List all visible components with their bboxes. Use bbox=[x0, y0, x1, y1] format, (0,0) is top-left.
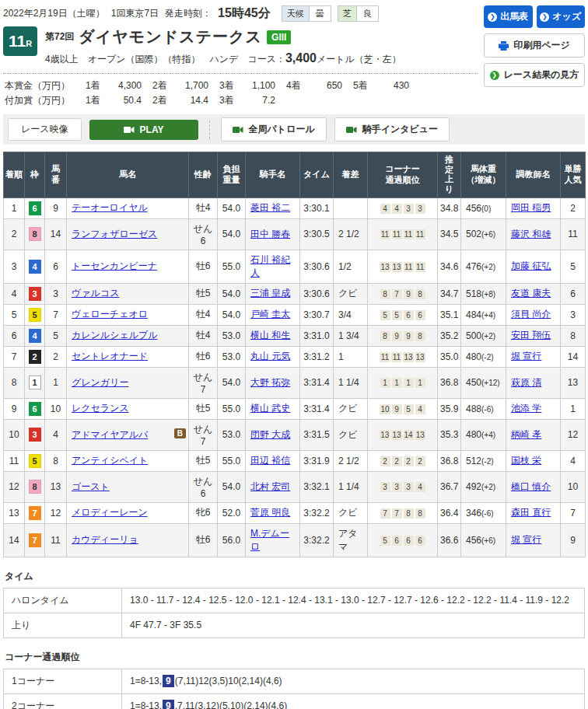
horse-link[interactable]: レクセランス bbox=[72, 403, 129, 414]
corner-position-box: 6 bbox=[392, 536, 402, 546]
prize-amount: 650 bbox=[306, 79, 342, 93]
trainer-link[interactable]: 森田 直行 bbox=[511, 507, 551, 518]
print-button[interactable]: 印刷用ページ bbox=[484, 33, 585, 58]
top-bar: 2022年2月19日（土曜） 1回東京7日 発走時刻： 15時45分 天候 曇 … bbox=[3, 4, 585, 107]
body-weight: 518(+8) bbox=[461, 283, 506, 304]
corner-position-box: 3 bbox=[415, 204, 425, 214]
trainer-link[interactable]: 池添 学 bbox=[511, 403, 541, 414]
margin: 2 1/2 bbox=[334, 218, 368, 250]
corner-position-box: 11 bbox=[404, 229, 414, 239]
horse-link[interactable]: カレンルシェルブル bbox=[72, 330, 158, 341]
race-result-page: 2022年2月19日（土曜） 1回東京7日 発走時刻： 15時45分 天候 曇 … bbox=[0, 0, 588, 709]
entries-button[interactable]: ❯出馬表 bbox=[484, 5, 533, 28]
corner-position-box: 8 bbox=[415, 508, 425, 519]
jockey-link[interactable]: M.デムーロ bbox=[250, 528, 289, 552]
jockey-link[interactable]: 団野 大成 bbox=[250, 429, 290, 440]
trainer-link[interactable]: 国枝 栄 bbox=[511, 455, 541, 466]
play-button[interactable]: PLAY bbox=[89, 120, 198, 140]
trainer-link[interactable]: 須貝 尚介 bbox=[511, 309, 551, 320]
trainer-link[interactable]: 柄崎 孝 bbox=[511, 429, 541, 440]
margin: 1 1/4 bbox=[334, 471, 368, 502]
jockey-link[interactable]: 横山 和生 bbox=[250, 330, 290, 341]
horse-name-cell: ヴェローチェオロ bbox=[67, 304, 189, 325]
start-time: 15時45分 bbox=[218, 5, 271, 22]
race-name: ダイヤモンドステークス bbox=[79, 26, 262, 47]
corner-position-box: 1 bbox=[380, 378, 390, 388]
corner-position-box: 8 bbox=[415, 289, 425, 299]
gate-cell: 7 bbox=[25, 523, 45, 557]
jockey-link[interactable]: 菱田 裕二 bbox=[250, 202, 290, 213]
trainer-link[interactable]: 藤沢 和雄 bbox=[511, 229, 551, 239]
jockey-link[interactable]: 大野 拓弥 bbox=[250, 377, 290, 388]
corner-position-box: 11 bbox=[380, 352, 390, 362]
horse-link[interactable]: アドマイヤアルバ bbox=[72, 429, 148, 440]
horse-link[interactable]: ランフォザローゼス bbox=[72, 229, 157, 239]
prize-place: 1着 bbox=[86, 93, 106, 108]
horse-link[interactable]: セントレオナード bbox=[72, 351, 148, 361]
trainer-link[interactable]: 堀 宣行 bbox=[511, 534, 541, 545]
corner-position-box: 5 bbox=[392, 310, 402, 320]
win-popularity: 11 bbox=[561, 218, 586, 250]
horse-number: 1 bbox=[45, 367, 67, 398]
carried-weight: 52.0 bbox=[218, 502, 246, 523]
corner-positions: 2222 bbox=[368, 450, 438, 471]
trainer-link[interactable]: 萩原 清 bbox=[511, 377, 541, 388]
horse-link[interactable]: ヴェローチェオロ bbox=[72, 309, 148, 320]
corner-position-box: 14 bbox=[404, 430, 414, 440]
horse-link[interactable]: メロディーレーン bbox=[72, 507, 148, 518]
trainer-link[interactable]: 橋口 慎介 bbox=[511, 481, 551, 492]
time-row: ハロンタイム13.0 - 11.7 - 12.4 - 12.5 - 12.0 -… bbox=[4, 588, 585, 613]
corner-position-box: 13 bbox=[391, 430, 401, 440]
jockey-cell: 横山 和生 bbox=[246, 325, 300, 346]
corner-position-box: 3 bbox=[404, 204, 414, 214]
horse-link[interactable]: ヴァルコス bbox=[72, 288, 119, 299]
trainer-link[interactable]: 加藤 征弘 bbox=[511, 260, 551, 271]
body-weight: 476(+2) bbox=[461, 250, 506, 283]
jockey-link[interactable]: 田中 勝春 bbox=[250, 229, 290, 239]
last-3f-time: 34.5 bbox=[438, 218, 461, 250]
horse-link[interactable]: テーオーロイヤル bbox=[72, 202, 148, 213]
horse-link[interactable]: グレンガリー bbox=[72, 377, 128, 388]
column-header-body: 馬体重 （増減） bbox=[461, 152, 506, 198]
patrol-video-button[interactable]: 全周パトロール bbox=[221, 117, 327, 141]
trainer-cell: 須貝 尚介 bbox=[506, 304, 561, 325]
margin: 3/4 bbox=[334, 304, 368, 325]
body-weight: 488(-6) bbox=[461, 398, 506, 419]
jockey-link[interactable]: 戸崎 圭太 bbox=[250, 309, 290, 320]
corner-position-box: 7 bbox=[392, 289, 402, 299]
entries-button-label: 出馬表 bbox=[500, 10, 528, 23]
horse-link[interactable]: トーセンカンビーナ bbox=[72, 260, 157, 271]
jockey-link[interactable]: 菅原 明良 bbox=[250, 507, 290, 518]
corner-positions: 11111111 bbox=[368, 218, 438, 250]
horse-link[interactable]: カウディーリョ bbox=[72, 534, 138, 545]
results-guide-button[interactable]: ❯ レース結果の見方 bbox=[484, 63, 585, 87]
divider bbox=[209, 120, 210, 139]
jockey-link[interactable]: 丸山 元気 bbox=[250, 351, 290, 361]
jockey-interview-button[interactable]: 騎手インタビュー bbox=[334, 117, 450, 141]
trainer-cell: 友道 康夫 bbox=[506, 283, 561, 304]
race-info-area: 2022年2月19日（土曜） 1回東京7日 発走時刻： 15時45分 天候 曇 … bbox=[3, 4, 478, 107]
trainer-link[interactable]: 岡田 稲男 bbox=[511, 202, 551, 213]
corner-position-box: 3 bbox=[392, 482, 402, 492]
trainer-link[interactable]: 安田 翔伍 bbox=[511, 330, 551, 341]
body-weight-diff: (+2) bbox=[481, 332, 495, 341]
win-popularity: 3 bbox=[561, 304, 586, 325]
trainer-link[interactable]: 堀 宣行 bbox=[511, 351, 541, 361]
jockey-link[interactable]: 北村 宏司 bbox=[250, 481, 290, 492]
body-weight: 512(-2) bbox=[461, 450, 506, 471]
corner-position-box: 1 bbox=[392, 378, 402, 388]
horse-link[interactable]: アンティシペイト bbox=[72, 455, 148, 466]
carried-weight: 53.0 bbox=[218, 325, 246, 346]
trainer-link[interactable]: 友道 康夫 bbox=[511, 288, 551, 299]
jockey-link[interactable]: 田辺 裕信 bbox=[250, 455, 290, 466]
finish-time: 3:31.5 bbox=[300, 419, 334, 450]
column-header-pop: 単勝 人気 bbox=[561, 152, 586, 198]
carried-weight: 54.0 bbox=[218, 471, 246, 502]
jockey-link[interactable]: 三浦 皇成 bbox=[250, 288, 290, 299]
jockey-link[interactable]: 石川 裕紀人 bbox=[250, 254, 290, 278]
odds-button[interactable]: ❯オッズ bbox=[537, 5, 586, 28]
corner-order-before: 1=8-13, bbox=[130, 676, 162, 686]
corner-position-box: 6 bbox=[415, 536, 425, 546]
jockey-link[interactable]: 横山 武史 bbox=[250, 403, 290, 414]
horse-link[interactable]: ゴースト bbox=[72, 481, 110, 492]
